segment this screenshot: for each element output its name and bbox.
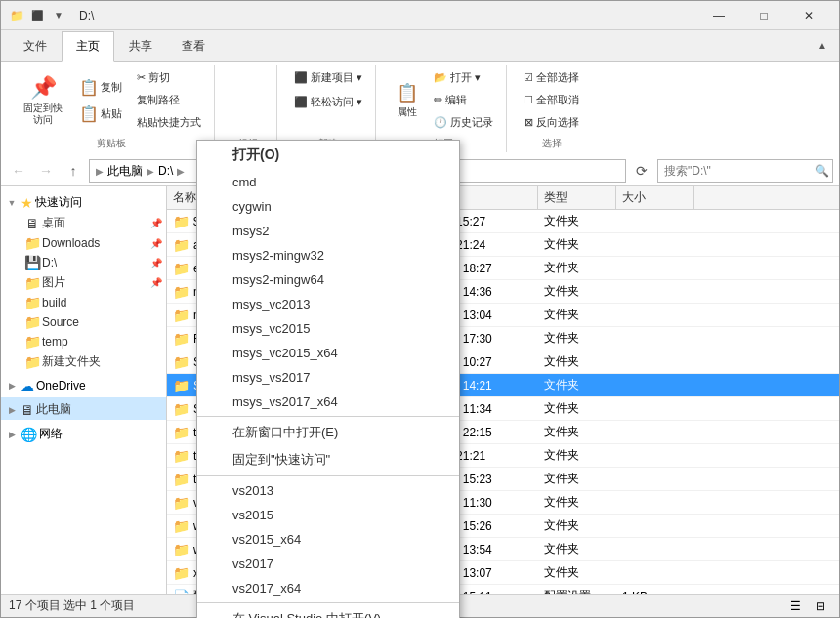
file-size [616,406,694,412]
maximize-button[interactable]: □ [741,1,786,30]
file-icon: 📁 [173,472,189,487]
qa-btn-1[interactable]: ⬛ [28,7,46,24]
col-header-size[interactable]: 大小 [616,186,694,209]
back-button[interactable]: ← [7,159,30,183]
ctx-item-msys_vc2015_x64[interactable]: msys_vc2015_x64 [197,341,459,365]
close-button[interactable]: ✕ [786,1,831,30]
temp-icon: 📁 [24,334,40,350]
history-btn[interactable]: 🕐 历史记录 [429,112,498,133]
main-window: 📁 ⬛ ▼ D:\ — □ ✕ 文件 主页 共享 查看 ▲ 📌 固定到快访问 [0,0,840,618]
sidebar-item-pictures[interactable]: 📁 图片 📌 [1,272,166,293]
file-icon: 📁 [173,425,189,440]
col-header-type[interactable]: 类型 [538,186,616,209]
ctx-item-open-vs[interactable]: 在 Visual Studio 中打开(V) [197,605,459,618]
ctx-item-cmd[interactable]: cmd [197,170,459,194]
sidebar-item-build[interactable]: 📁 build [1,293,166,312]
file-size [616,383,694,389]
paste-label: 粘贴 [101,106,122,121]
easy-access-btn[interactable]: ⬛ 轻松访问 ▾ [289,92,367,112]
open-edit-group: 📂 打开 ▾ ✏ 编辑 🕐 历史记录 [429,67,498,133]
ctx-item-msys_vc2015[interactable]: msys_vc2015 [197,316,459,341]
up-button[interactable]: ↑ [62,159,85,183]
pin-desktop-icon: 📌 [150,218,162,228]
ctx-item-msys2[interactable]: msys2 [197,219,459,243]
view-list-btn[interactable]: ☰ [784,597,806,615]
view-detail-btn[interactable]: ⊟ [810,597,831,615]
section-header-onedrive[interactable]: ▶ ☁ OneDrive [1,374,166,395]
section-header-this-pc[interactable]: ▶ 🖥 此电脑 [1,397,166,420]
ribbon-collapse-btn[interactable]: ▲ [814,37,831,55]
open-btn[interactable]: 📂 打开 ▾ [429,67,498,88]
file-type: 文件夹 [538,210,616,232]
paste-shortcut-btn[interactable]: 粘贴快捷方式 [132,112,206,133]
source-label: Source [42,315,79,329]
edit-btn[interactable]: ✏ 编辑 [429,90,498,110]
search-box[interactable]: 🔍 [657,159,833,183]
paste-btn[interactable]: 📋 粘贴 [71,102,130,126]
sidebar-item-source[interactable]: 📁 Source [1,312,166,332]
status-right: ☰ ⊟ [784,597,831,615]
ribbon-tabs: 文件 主页 共享 查看 ▲ [1,30,839,62]
copy-path-btn[interactable]: 复制路径 [132,90,206,110]
window-icon: 📁 [9,8,24,23]
path-arrow-2: ▶ [147,166,154,177]
ctx-item-msys_vs2017[interactable]: msys_vs2017 [197,365,459,390]
tab-home[interactable]: 主页 [62,31,114,62]
qa-btn-dropdown[interactable]: ▼ [50,7,67,24]
select-all-btn[interactable]: ☑ 全部选择 [519,67,584,88]
deselect-all-btn[interactable]: ☐ 全部取消 [519,90,584,110]
file-icon: 📁 [173,518,189,534]
ctx-item-msys2-mingw64[interactable]: msys2-mingw64 [197,268,459,292]
sidebar-item-downloads[interactable]: 📁 Downloads 📌 [1,233,166,253]
downloads-folder-icon: 📁 [24,235,40,251]
forward-button[interactable]: → [34,159,58,183]
ctx-label-vs2015_x64: vs2015_x64 [232,532,301,547]
ctx-item-pin-quick-access[interactable]: 固定到"快速访问" [197,446,459,474]
ctx-item-open-new-window[interactable]: 在新窗口中打开(E) [197,419,459,446]
ctx-item-vs2015_x64[interactable]: vs2015_x64 [197,527,459,552]
copy-btn[interactable]: 📋 复制 [71,75,130,100]
ctx-item-vs2013[interactable]: vs2013 [197,478,459,503]
ctx-item-vs2017_x64[interactable]: vs2017_x64 [197,576,459,600]
ctx-item-cygwin[interactable]: cygwin [197,194,459,219]
tab-share[interactable]: 共享 [114,31,167,62]
sidebar-item-temp[interactable]: 📁 temp [1,332,166,351]
section-header-quick-access[interactable]: ▼ ★ 快速访问 [1,190,166,213]
ctx-label-open-vs: 在 Visual Studio 中打开(V) [232,610,381,618]
d-drive-label: D:\ [42,256,57,269]
refresh-button[interactable]: ⟳ [630,159,653,183]
file-type: 文件夹 [538,374,616,396]
downloads-label: Downloads [42,236,100,250]
cut-btn[interactable]: ✂ 剪切 [132,67,206,88]
pin-d-icon: 📌 [150,258,162,268]
ctx-item-vs2017[interactable]: vs2017 [197,552,459,576]
ctx-item-msys_vs2017_x64[interactable]: msys_vs2017_x64 [197,390,459,414]
section-network: ▶ 🌐 网络 [1,422,166,444]
ctx-item-msys_vc2013[interactable]: msys_vc2013 [197,292,459,316]
file-type: 文件夹 [538,421,616,443]
select-label: 选择 [519,135,584,150]
network-label: 网络 [39,426,63,442]
minimize-button[interactable]: — [696,1,741,30]
tab-file[interactable]: 文件 [9,31,62,62]
ctx-item-msys2-mingw32[interactable]: msys2-mingw32 [197,243,459,268]
tab-view[interactable]: 查看 [167,31,220,62]
new-item-btn[interactable]: ⬛ 新建项目 ▾ [289,67,367,88]
ctx-item-open[interactable]: 打开(O) [197,141,459,170]
invert-select-btn[interactable]: ⊠ 反向选择 [520,112,584,133]
left-panel: ▼ ★ 快速访问 🖥 桌面 📌 📁 Downloads 📌 💾 D:\ [1,186,167,594]
pin-quick-btn[interactable]: 📌 固定到快访问 [17,72,69,129]
new-item-icon: ⬛ [294,71,308,84]
ctx-item-vs2015[interactable]: vs2015 [197,503,459,527]
cut-group: ✂ 剪切 复制路径 粘贴快捷方式 [132,67,206,133]
ctx-label-msys_vc2015_x64: msys_vc2015_x64 [232,346,338,360]
section-quick-access: ▼ ★ 快速访问 🖥 桌面 📌 📁 Downloads 📌 💾 D:\ [1,190,166,372]
sidebar-item-d-drive[interactable]: 💾 D:\ 📌 [1,253,166,272]
properties-btn[interactable]: 📋 属性 [388,79,427,122]
section-header-network[interactable]: ▶ 🌐 网络 [1,422,166,444]
path-arrow-3: ▶ [177,166,185,177]
search-input[interactable] [664,164,811,178]
sidebar-item-new-folder[interactable]: 📁 新建文件夹 [1,351,166,372]
sidebar-item-desktop[interactable]: 🖥 桌面 📌 [1,213,166,233]
file-icon: 📁 [173,284,189,300]
